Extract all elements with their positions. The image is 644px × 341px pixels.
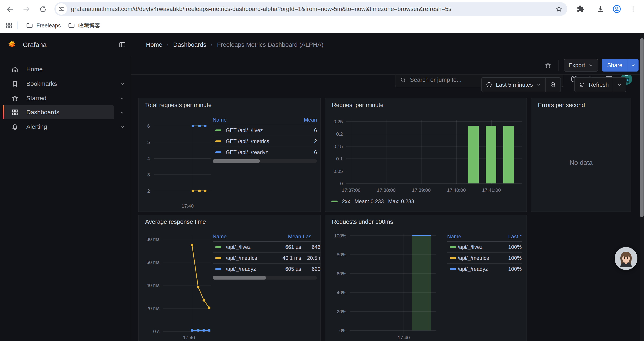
svg-text:17:39:00: 17:39:00 [412,187,431,193]
series-name[interactable]: GET /api/_/readyz [226,149,294,155]
back-button[interactable] [4,3,17,16]
legend-row: GET /api/_/livez 6 [212,125,317,136]
series-name[interactable]: /api/_/metrics [458,255,501,261]
forward-button[interactable] [20,3,33,16]
series-name[interactable]: GET /api/_/livez [226,127,294,133]
brand-name: Grafana [23,41,46,49]
svg-text:17:40:00: 17:40:00 [447,187,466,193]
legend-scrollbar[interactable] [212,276,317,279]
sidebar-item-alerting[interactable]: Alerting [3,120,114,134]
bookmark-folder-label: 收藏博客 [78,22,100,29]
legend-row: GET /api/_/metrics 2 [212,136,317,147]
svg-text:2: 2 [147,188,150,194]
series-mean: 605 µs [271,266,301,272]
series-name[interactable]: /api/_/livez [458,244,501,250]
series-swatch [215,129,222,131]
bookmark-folder-freeleaps[interactable]: Freeleaps [22,20,64,31]
svg-text:20%: 20% [337,309,346,314]
series-name[interactable]: /api/_/livez [226,244,270,250]
series-name[interactable]: GET /api/_/metrics [226,138,294,144]
share-label: Share [602,59,628,72]
grafana-header: Grafana Home › Dashboards › Freeleaps Me… [0,33,644,57]
active-item-accent [3,105,4,119]
chevron-down-icon [588,63,593,68]
sidebar-item-home[interactable]: Home [3,62,114,76]
svg-text:80%: 80% [337,252,346,257]
scrollbar-thumb[interactable] [640,38,644,217]
series-swatch [215,151,222,153]
series-name[interactable]: /api/_/metrics [226,255,270,261]
series-name[interactable]: /api/_/readyz [458,266,501,272]
legend-header-name[interactable]: Name [447,233,501,240]
legend-header-last[interactable]: Las [303,233,320,240]
share-menu-button[interactable] [628,59,638,72]
search-icon [400,77,406,83]
legend-row: /api/_/metrics 40.1 ms 20.5 r [212,253,320,264]
reload-button[interactable] [36,3,50,16]
extensions-button[interactable] [574,3,587,16]
sidebar-item-dashboards[interactable]: Dashboards [3,105,114,119]
sidebar-item-label: Bookmarks [26,80,57,87]
series-mean: 40.1 ms [271,255,301,261]
refresh-interval-button[interactable] [613,78,626,92]
sidebar-item-starred[interactable]: Starred [3,91,114,105]
collapse-dashboards-button[interactable] [118,108,126,116]
legend-scrollbar[interactable] [212,159,317,163]
mega-menu-toggle[interactable] [116,39,128,51]
legend-header-last[interactable]: Last * [501,233,522,240]
chevron-down-icon [617,82,622,87]
legend-header-name[interactable]: Name [212,233,270,240]
bookmark-star-icon[interactable] [552,3,566,16]
panel-average-response-time: Average response time 80 ms60 ms40 ms20 … [138,215,321,341]
bookmark-folder-blogs[interactable]: 收藏博客 [64,20,104,31]
svg-text:6: 6 [147,123,150,129]
breadcrumb-home[interactable]: Home [146,41,162,48]
series-max: Max: 0.233 [388,198,414,204]
series-last: 646 [303,244,320,250]
download-icon [596,5,605,13]
series-mean: 661 µs [271,244,301,250]
legend-header-mean[interactable]: Mean [294,117,317,123]
expand-bookmarks-button[interactable] [118,80,126,88]
refresh-button[interactable]: Refresh [575,78,613,92]
panel-title[interactable]: Errors per second [538,102,585,109]
zoom-out-button[interactable] [546,78,560,92]
breadcrumb-separator: › [211,41,212,48]
sidebar-item-bookmarks[interactable]: Bookmarks [3,77,114,91]
series-mean: 2 [294,138,317,144]
export-button[interactable]: Export [564,59,598,72]
url-bar[interactable]: grafana.mathmast.com/d/deytv4rwavabkb/fr… [54,2,567,16]
clock-icon [486,81,492,88]
legend-header-mean[interactable]: Mean [271,233,301,240]
sidebar-item-label: Alerting [26,123,47,130]
grafana-brand[interactable]: Grafana [7,33,46,57]
profile-button[interactable] [610,3,624,16]
refresh-label: Refresh [589,81,609,88]
downloads-button[interactable] [594,3,607,16]
svg-text:0.2: 0.2 [336,131,343,137]
expand-starred-button[interactable] [118,94,126,102]
menu-button[interactable] [626,3,640,16]
page-scrollbar[interactable] [640,33,644,341]
series-last: 100% [501,244,522,250]
breadcrumb-dashboards[interactable]: Dashboards [173,41,206,48]
star-icon [544,62,552,69]
site-info-icon[interactable] [56,3,67,15]
apps-grid-button[interactable] [4,20,15,31]
legend-row: /api/_/readyz 100% [447,264,522,274]
series-name[interactable]: 2xx [342,198,350,204]
favorite-dashboard-button[interactable] [542,59,554,72]
svg-text:40%: 40% [337,290,346,295]
floating-assistant-avatar[interactable] [615,247,638,270]
url-text[interactable]: grafana.mathmast.com/d/deytv4rwavabkb/fr… [71,6,552,13]
share-button[interactable]: Share [602,59,638,72]
home-icon [10,65,19,74]
legend-header-name[interactable]: Name [212,117,294,123]
cartoon-avatar-icon [615,247,638,270]
expand-alerting-button[interactable] [118,123,126,131]
series-name[interactable]: /api/_/readyz [226,266,270,272]
time-range-picker[interactable]: Last 5 minutes [482,78,545,92]
legend-row: GET /api/_/readyz 6 [212,147,317,158]
series-last: 100% [501,266,522,272]
puzzle-icon [576,5,584,13]
